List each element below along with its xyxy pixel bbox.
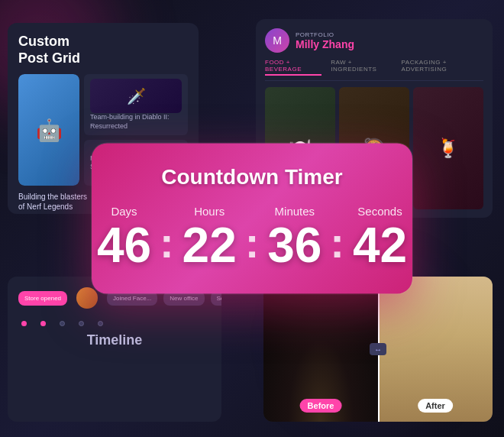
- portfolio-avatar: M: [265, 28, 289, 53]
- card-timeline: Store opened Joined Face... New office S…: [8, 277, 221, 422]
- card-before-after: Before ↔ After: [263, 277, 493, 422]
- countdown-value-hours: 22: [183, 221, 237, 270]
- post-grid-title: Custom Post Grid: [18, 34, 188, 66]
- portfolio-tabs: FOOD + BEVERAGE RAW + INGREDIENTS PACKAG…: [265, 59, 483, 81]
- countdown-label-hours: Hours: [194, 205, 225, 218]
- portfolio-subtitle: PORTFOLIO: [296, 31, 354, 38]
- countdown-value-seconds: 42: [353, 221, 407, 270]
- timeline-connector-dots: [18, 321, 211, 326]
- before-label: Before: [300, 399, 342, 413]
- post-card-item-1: Team-building in Diablo II: Resurrected: [84, 74, 188, 135]
- post-img-game: [90, 79, 182, 113]
- card-countdown: Countdown Timer Days 46 : Hours 22 : Min…: [92, 144, 412, 294]
- countdown-row: Days 46 : Hours 22 : Minutes 36 : Second…: [116, 205, 388, 270]
- countdown-unit-days: Days 46: [92, 205, 157, 270]
- portfolio-tab-food[interactable]: FOOD + BEVERAGE: [265, 59, 321, 76]
- portfolio-tab-packaging[interactable]: PACKAGING + ADVERTISING: [402, 59, 483, 76]
- countdown-unit-seconds: Seconds 42: [347, 205, 412, 270]
- countdown-sep-3: :: [327, 222, 347, 264]
- timeline-bubble-store: Store opened: [18, 291, 67, 306]
- post-img-robot: [18, 74, 79, 186]
- timeline-dot-2: [40, 321, 46, 326]
- portfolio-name: Milly Zhang: [296, 38, 354, 50]
- countdown-label-seconds: Seconds: [357, 205, 402, 218]
- timeline-avatar: [76, 287, 98, 309]
- timeline-dot-5: [98, 321, 103, 326]
- countdown-title: Countdown Timer: [116, 165, 388, 189]
- after-panel: After: [378, 277, 493, 422]
- post-img-main: [18, 74, 79, 186]
- portfolio-img-3: [413, 87, 483, 209]
- timeline-dot-1: [21, 321, 27, 326]
- countdown-sep-1: :: [157, 222, 177, 264]
- portfolio-tab-raw[interactable]: RAW + INGREDIENTS: [331, 59, 392, 76]
- scene: Custom Post Grid Team-building in Diablo…: [0, 0, 504, 437]
- countdown-value-days: 46: [97, 221, 151, 270]
- after-label: After: [418, 399, 453, 413]
- countdown-sep-2: :: [242, 222, 263, 264]
- timeline-dot-3: [60, 321, 65, 326]
- countdown-unit-minutes: Minutes 36: [262, 205, 327, 270]
- countdown-value-minutes: 36: [267, 221, 321, 270]
- countdown-unit-hours: Hours 22: [177, 205, 242, 270]
- countdown-label-minutes: Minutes: [275, 205, 315, 218]
- countdown-label-days: Days: [111, 205, 137, 218]
- portfolio-info: PORTFOLIO Milly Zhang: [296, 31, 354, 50]
- post-card-label-1: Team-building in Diablo II: Resurrected: [90, 113, 182, 131]
- ba-arrow-icon[interactable]: ↔: [370, 343, 386, 355]
- portfolio-header: M PORTFOLIO Milly Zhang: [265, 28, 483, 53]
- timeline-dot-4: [79, 321, 84, 326]
- before-panel: Before: [263, 277, 378, 422]
- timeline-label: Timeline: [18, 332, 211, 348]
